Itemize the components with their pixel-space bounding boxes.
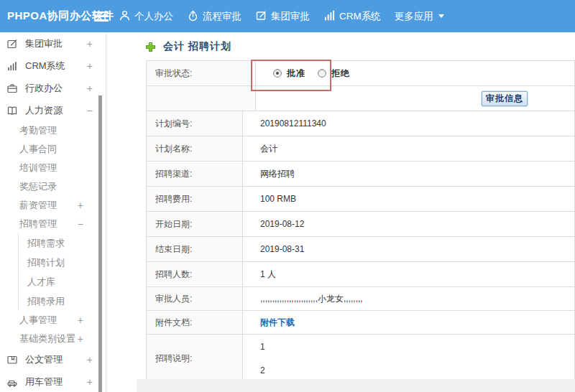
sidebar-item-label: 基础类别设置 (19, 332, 75, 345)
book-icon (6, 105, 19, 116)
sidebar-item-label: CRM系统 (25, 60, 65, 73)
bar-chart-icon (6, 60, 19, 72)
nav-process-approval[interactable]: 流程审批 (187, 9, 242, 24)
expand-icon[interactable]: + (87, 376, 93, 388)
nav-label: 更多应用 (395, 10, 433, 23)
field-value: 1 人 (243, 262, 575, 287)
sidebar-item-label: 人力资源 (25, 104, 63, 117)
sidebar-item-attendance[interactable]: 考勤管理 (0, 121, 106, 140)
app-logo: PHPOA协同办公软件 (0, 9, 94, 23)
field-label: 开始日期: (147, 212, 243, 237)
page-header: 会计 招聘计划 (145, 40, 231, 53)
radio-approve[interactable] (273, 69, 282, 78)
sidebar-item-talent-pool[interactable]: 人才库 (19, 272, 106, 291)
recruitment-submenu: 招聘需求 招聘计划 人才库 招聘录用 (18, 233, 106, 311)
collapse-icon[interactable]: − (78, 218, 83, 230)
field-label: 计划编号: (147, 111, 243, 136)
field-label: 审批人员: (147, 287, 243, 311)
field-label: 结束日期: (147, 237, 243, 262)
expand-icon[interactable]: + (78, 314, 83, 326)
sidebar-item-admin-office[interactable]: 行政办公 + (0, 77, 106, 99)
table-row: 招聘费用: 100 RMB (147, 187, 575, 212)
table-row: 招聘人数: 1 人 (147, 262, 575, 287)
sidebar-item-recruit-hire[interactable]: 招聘录用 (19, 291, 106, 311)
sidebar-item-label: 奖惩记录 (19, 180, 57, 193)
nav-label: 集团审批 (271, 10, 310, 23)
field-label: 招聘说明: (147, 335, 243, 383)
sidebar: 集团审批 + CRM系统 + 行政办公 + 人力资源 − 考勤管理 (0, 32, 106, 392)
sidebar-item-recruit-demand[interactable]: 招聘需求 (19, 233, 106, 253)
sidebar-item-label: 公文管理 (25, 353, 63, 366)
sidebar-item-hr[interactable]: 人力资源 − (0, 99, 106, 121)
radio-approve-label[interactable]: 批准 (287, 67, 305, 80)
sidebar-item-label: 招聘计划 (27, 256, 65, 269)
table-row: 审批状态: 批准 拒绝 (147, 61, 575, 86)
car-icon (6, 376, 19, 388)
sidebar-item-label: 行政办公 (25, 82, 63, 95)
field-value: ,,,,,,,,,,,,,,,,,,,,,,,,小龙女,,,,,,,, (243, 287, 575, 311)
sidebar-item-label: 薪资管理 (19, 199, 57, 212)
field-value: 会计 (243, 136, 575, 162)
sidebar-item-label: 招聘需求 (27, 237, 65, 250)
radio-reject-label[interactable]: 拒绝 (331, 67, 350, 80)
sidebar-item-label: 招聘录用 (27, 295, 65, 308)
footer-background (137, 379, 575, 392)
approval-status-options: 批准 拒绝 (256, 61, 575, 86)
field-label: 附件文档: (147, 311, 243, 335)
table-row: 审批人员: ,,,,,,,,,,,,,,,,,,,,,,,,小龙女,,,,,,,… (147, 287, 575, 311)
table-row: 计划编号: 20190812111340 (147, 111, 575, 136)
nav-more-apps[interactable]: 更多应用 (395, 10, 444, 23)
radio-reject[interactable] (318, 69, 326, 78)
sidebar-item-training[interactable]: 培训管理 (0, 159, 106, 177)
sidebar-scrollbar[interactable] (98, 95, 102, 392)
field-label: 计划名称: (147, 136, 243, 162)
field-value: 20190812111340 (243, 111, 575, 136)
main-content: 会计 招聘计划 审批状态: 批准 拒绝 审批信息 计划编 (106, 32, 575, 392)
table-row: 附件文档: 附件下载 (147, 311, 575, 335)
edit-square-icon (6, 38, 19, 50)
sidebar-item-crm[interactable]: CRM系统 + (0, 55, 106, 77)
field-label: 审批状态: (147, 61, 256, 86)
sidebar-item-rewards[interactable]: 奖惩记录 (0, 177, 106, 196)
collapse-icon[interactable]: − (87, 105, 93, 116)
expand-icon[interactable]: + (78, 200, 83, 211)
expand-icon[interactable]: + (87, 60, 93, 72)
approval-info-button[interactable]: 审批信息 (482, 91, 528, 106)
add-plus-icon[interactable] (145, 42, 156, 52)
topbar: PHPOA协同办公软件 个人办公 流程审批 (0, 0, 575, 32)
plan-detail-table: 计划编号: 20190812111340 计划名称: 会计 招聘渠道: 网络招聘… (146, 111, 575, 383)
attachment-download-link[interactable]: 附件下载 (260, 317, 295, 327)
sidebar-item-base-category[interactable]: 基础类别设置 + (0, 330, 106, 348)
expand-icon[interactable]: + (87, 354, 93, 365)
field-label: 招聘费用: (147, 187, 243, 212)
sidebar-item-recruit-plan[interactable]: 招聘计划 (19, 253, 106, 272)
sidebar-item-vehicle[interactable]: 用车管理 + (0, 370, 106, 392)
sidebar-item-label: 人才库 (27, 276, 55, 289)
nav-crm[interactable]: CRM系统 (323, 9, 381, 24)
document-icon (6, 354, 19, 365)
table-row: 开始日期: 2019-08-12 (147, 212, 575, 237)
nav-personal-office[interactable]: 个人办公 (119, 9, 173, 24)
nav-group-approval[interactable]: 集团审批 (255, 9, 310, 24)
expand-icon[interactable]: + (87, 38, 93, 50)
nav-label: CRM系统 (339, 10, 381, 23)
hamburger-icon[interactable] (94, 11, 109, 22)
field-value: 2019-08-31 (243, 237, 575, 262)
table-row: 计划名称: 会计 (147, 136, 575, 162)
table-row: 招聘说明: 1 2 (147, 335, 575, 383)
sidebar-item-label: 用车管理 (25, 375, 63, 388)
expand-icon[interactable]: + (78, 333, 83, 345)
sidebar-item-recruitment[interactable]: 招聘管理 − (0, 215, 106, 233)
page-title: 会计 招聘计划 (163, 40, 231, 53)
sidebar-item-salary[interactable]: 薪资管理 + (0, 196, 106, 215)
sidebar-item-label: 人事合同 (19, 143, 57, 156)
sidebar-item-group-approval[interactable]: 集团审批 + (0, 32, 106, 55)
sidebar-item-personnel[interactable]: 人事管理 + (0, 311, 106, 330)
description-line: 1 (260, 335, 574, 358)
briefcase-icon (6, 83, 19, 94)
expand-icon[interactable]: + (87, 83, 93, 94)
sidebar-item-hr-contract[interactable]: 人事合同 (0, 140, 106, 159)
caret-down-icon (438, 14, 444, 18)
edit-square-icon (255, 9, 271, 24)
sidebar-item-documents[interactable]: 公文管理 + (0, 348, 106, 370)
